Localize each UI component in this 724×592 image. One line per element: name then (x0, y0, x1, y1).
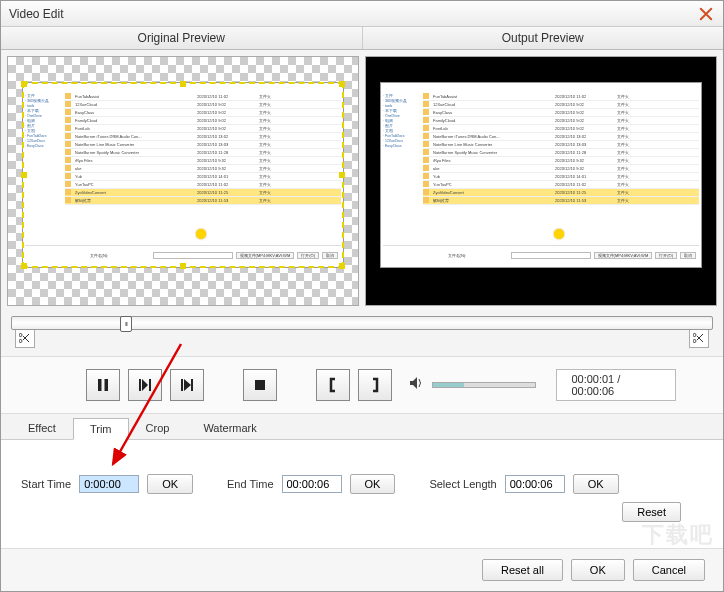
output-preview-header: Output Preview (363, 27, 724, 49)
start-time-ok-button[interactable]: OK (147, 474, 193, 494)
preview-headers: Original Preview Output Preview (1, 27, 723, 50)
video-frame-original: · 文件· 360视频云盘· tools· 本下载· OneDrive· 电脑·… (22, 82, 344, 268)
mark-in-button[interactable] (316, 369, 350, 401)
volume-slider[interactable] (432, 382, 536, 388)
end-time-label: End Time (227, 478, 273, 490)
preview-row: · 文件· 360视频云盘· tools· 本下载· OneDrive· 电脑·… (1, 50, 723, 312)
ok-button[interactable]: OK (571, 559, 625, 581)
step-button[interactable] (170, 369, 204, 401)
tab-crop[interactable]: Crop (129, 417, 187, 439)
svg-rect-5 (181, 379, 183, 391)
trim-end-scissor-button[interactable] (689, 328, 709, 348)
video-edit-dialog: Video Edit Original Preview Output Previ… (0, 0, 724, 592)
tab-trim[interactable]: Trim (73, 418, 129, 440)
trim-start-scissor-button[interactable] (15, 328, 35, 348)
volume-icon[interactable] (408, 375, 424, 395)
tab-bar: Effect Trim Crop Watermark (1, 414, 723, 440)
close-button[interactable] (697, 5, 715, 23)
end-time-ok-button[interactable]: OK (350, 474, 396, 494)
scissors-icon (693, 332, 705, 344)
tab-effect[interactable]: Effect (11, 417, 73, 439)
dialog-title: Video Edit (9, 7, 697, 21)
pause-icon (95, 377, 111, 393)
end-time-input[interactable] (282, 475, 342, 493)
svg-marker-4 (142, 379, 148, 391)
svg-rect-2 (139, 379, 141, 391)
svg-rect-1 (104, 379, 108, 391)
reset-button[interactable]: Reset (622, 502, 681, 522)
cursor-highlight-icon (196, 229, 206, 239)
cancel-button[interactable]: Cancel (633, 559, 705, 581)
time-display: 00:00:01 / 00:00:06 (556, 369, 676, 401)
start-time-label: Start Time (21, 478, 71, 490)
step-forward-icon (179, 377, 195, 393)
play-icon (137, 377, 153, 393)
output-preview-pane[interactable]: · 文件· 360视频云盘· tools· 本下载· OneDrive· 电脑·… (365, 56, 717, 306)
select-length-ok-button[interactable]: OK (573, 474, 619, 494)
select-length-input[interactable] (505, 475, 565, 493)
svg-rect-0 (98, 379, 102, 391)
titlebar: Video Edit (1, 1, 723, 27)
bracket-left-icon (325, 377, 341, 393)
trim-fields-row: Start Time OK End Time OK Select Length … (21, 474, 703, 494)
play-button[interactable] (128, 369, 162, 401)
video-frame-output: · 文件· 360视频云盘· tools· 本下载· OneDrive· 电脑·… (380, 82, 702, 268)
playback-controls: 00:00:01 / 00:00:06 (1, 356, 723, 414)
svg-rect-8 (255, 380, 265, 390)
bracket-right-icon (367, 377, 383, 393)
svg-rect-3 (149, 379, 151, 391)
original-preview-pane[interactable]: · 文件· 360视频云盘· tools· 本下载· OneDrive· 电脑·… (7, 56, 359, 306)
svg-marker-9 (410, 377, 417, 389)
svg-marker-7 (184, 379, 191, 391)
stop-icon (252, 377, 268, 393)
trim-panel: Start Time OK End Time OK Select Length … (1, 440, 723, 548)
svg-rect-6 (191, 379, 193, 391)
close-icon (699, 7, 713, 21)
original-preview-header: Original Preview (1, 27, 363, 49)
dialog-footer: Reset all OK Cancel (1, 548, 723, 591)
tab-watermark[interactable]: Watermark (186, 417, 273, 439)
pause-button[interactable] (86, 369, 120, 401)
mark-out-button[interactable] (358, 369, 392, 401)
start-time-input[interactable] (79, 475, 139, 493)
timeline-handle[interactable]: III (120, 316, 132, 332)
select-length-label: Select Length (429, 478, 496, 490)
reset-all-button[interactable]: Reset all (482, 559, 563, 581)
timeline-area: III (1, 312, 723, 356)
cursor-highlight-icon (554, 229, 564, 239)
timeline-slider[interactable]: III (11, 316, 713, 330)
scissors-icon (19, 332, 31, 344)
stop-button[interactable] (243, 369, 277, 401)
